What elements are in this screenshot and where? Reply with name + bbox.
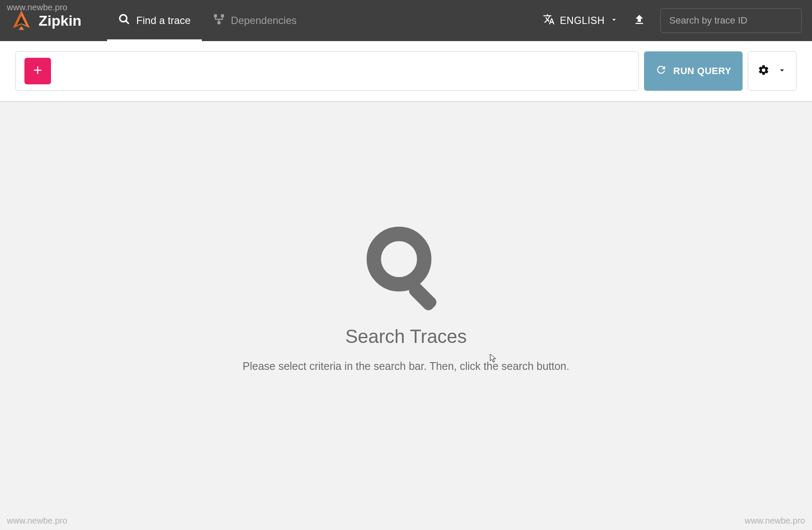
search-icon [361, 221, 451, 313]
gear-icon [758, 64, 770, 78]
nav-tabs: Find a trace Dependencies [107, 0, 308, 41]
svg-rect-7 [221, 14, 224, 17]
svg-rect-8 [217, 21, 220, 24]
empty-state-subtitle: Please select criteria in the search bar… [243, 360, 569, 372]
dependencies-icon [213, 13, 225, 28]
language-label: ENGLISH [560, 15, 605, 27]
brand-logo[interactable]: Zipkin [10, 9, 81, 32]
app-header: Zipkin Find a trace Dependencies [0, 0, 812, 41]
criteria-bar[interactable] [15, 51, 639, 91]
upload-icon [633, 13, 646, 28]
query-toolbar: RUN QUERY [0, 41, 812, 101]
svg-point-4 [120, 15, 127, 22]
tab-label: Dependencies [231, 15, 297, 27]
add-criteria-button[interactable] [24, 58, 51, 84]
query-settings-button[interactable] [748, 51, 797, 91]
tab-label: Find a trace [136, 15, 191, 27]
plus-icon [31, 64, 44, 78]
brand-name: Zipkin [39, 12, 81, 29]
tab-dependencies[interactable]: Dependencies [202, 0, 308, 41]
upload-button[interactable] [633, 13, 646, 28]
translate-icon [543, 13, 555, 28]
empty-state: Search Traces Please select criteria in … [0, 221, 812, 372]
svg-line-5 [126, 21, 129, 24]
chevron-down-icon [610, 15, 618, 27]
search-icon [118, 13, 130, 28]
tab-find-trace[interactable]: Find a trace [107, 0, 202, 41]
chevron-down-icon [777, 66, 787, 77]
svg-point-9 [374, 234, 424, 284]
trace-id-search-input[interactable] [660, 8, 802, 33]
empty-state-title: Search Traces [345, 326, 467, 347]
watermark-bottom-right: www.newbe.pro [745, 516, 805, 526]
watermark-top-left: www.newbe.pro [7, 3, 67, 12]
run-query-button[interactable]: RUN QUERY [644, 51, 743, 91]
svg-marker-3 [19, 26, 24, 30]
zipkin-logo-icon [10, 9, 33, 32]
watermark-bottom-left: www.newbe.pro [7, 516, 67, 526]
svg-rect-6 [214, 14, 217, 17]
language-selector[interactable]: ENGLISH [543, 13, 618, 28]
refresh-icon [655, 64, 667, 78]
run-query-label: RUN QUERY [673, 66, 731, 77]
